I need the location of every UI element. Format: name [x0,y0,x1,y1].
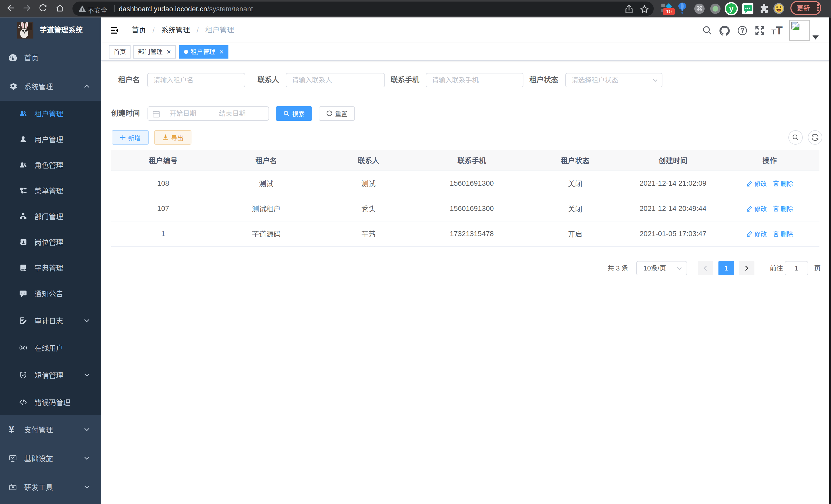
svg-text:y: y [729,4,734,13]
